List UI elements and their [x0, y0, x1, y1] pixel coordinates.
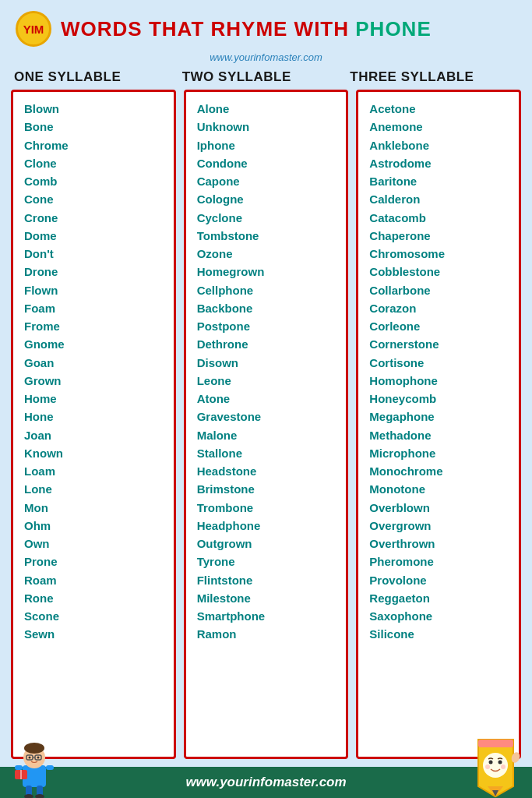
list-item: Roam [24, 571, 163, 589]
list-item: Headstone [197, 462, 336, 480]
list-item: Overblown [369, 499, 508, 517]
svg-point-23 [499, 761, 502, 764]
list-item: Overthrown [369, 535, 508, 553]
list-item: Scone [24, 607, 163, 625]
list-item: Own [24, 535, 163, 553]
svg-point-22 [489, 761, 493, 764]
list-item: Blown [24, 100, 163, 118]
list-item: Mon [24, 499, 163, 517]
list-item: Sewn [24, 625, 163, 643]
list-item: Collarbone [369, 281, 508, 299]
list-item: Cyclone [197, 209, 336, 227]
svg-point-2 [24, 743, 44, 754]
list-item: Loam [24, 462, 163, 480]
list-item: Don't [24, 245, 163, 263]
list-item: Frome [24, 317, 163, 335]
list-item: Acetone [369, 100, 508, 118]
one-syllable-column: BlownBoneChromeCloneCombConeCroneDomeDon… [11, 90, 176, 759]
list-item: Malone [197, 426, 336, 444]
list-item: Homegrown [197, 263, 336, 281]
col-header-two: TWO SYLLABLE [182, 69, 351, 85]
list-item: Corleone [369, 317, 508, 335]
list-item: Cologne [197, 190, 336, 208]
title-text: WORDS THAT RHYME WITH PHONE [61, 17, 432, 41]
list-item: Trombone [197, 499, 336, 517]
list-item: Cone [24, 190, 163, 208]
list-item: Silicone [369, 625, 508, 643]
list-item: Drone [24, 263, 163, 281]
list-item: Crone [24, 209, 163, 227]
list-item: Chrome [24, 136, 163, 154]
list-item: Ozone [197, 245, 336, 263]
list-item: Outgrown [197, 535, 336, 553]
header: YIM WORDS THAT RHYME WITH PHONE [0, 0, 532, 51]
svg-point-6 [29, 757, 31, 759]
list-item: Bone [24, 118, 163, 136]
boy-mascot [11, 736, 58, 798]
list-item: Cornerstone [369, 335, 508, 353]
two-syllable-column: AloneUnknownIphoneCondoneCaponeCologneCy… [184, 90, 349, 759]
list-item: Backbone [197, 299, 336, 317]
svg-point-11 [35, 794, 44, 798]
list-item: Anklebone [369, 136, 508, 154]
list-item: Reggaeton [369, 589, 508, 607]
list-item: Microphone [369, 444, 508, 462]
list-item: Grown [24, 372, 163, 390]
list-item: Anemone [369, 118, 508, 136]
list-item: Methadone [369, 426, 508, 444]
list-item: Saxophone [369, 607, 508, 625]
list-item: Lone [24, 480, 163, 498]
list-item: Overgrown [369, 517, 508, 535]
list-item: Ramon [197, 625, 336, 643]
subtitle-url: www.yourinfomaster.com [0, 51, 532, 69]
list-item: Smartphone [197, 607, 336, 625]
svg-rect-20 [478, 740, 513, 747]
list-item: Capone [197, 172, 336, 190]
list-item: Atone [197, 390, 336, 408]
list-item: Alone [197, 100, 336, 118]
list-item: Baritone [369, 172, 508, 190]
list-item: Gravestone [197, 408, 336, 425]
list-item: Catacomb [369, 209, 508, 227]
list-item: Headphone [197, 517, 336, 535]
list-item: Joan [24, 426, 163, 444]
list-item: Dome [24, 227, 163, 245]
list-item: Cellphone [197, 281, 336, 299]
yim-logo: YIM [16, 11, 51, 47]
list-item: Home [24, 390, 163, 408]
list-item: Hone [24, 408, 163, 425]
list-item: Tyrone [197, 553, 336, 570]
list-item: Flown [24, 281, 163, 299]
list-item: Homophone [369, 372, 508, 390]
list-item: Monochrome [369, 462, 508, 480]
list-item: Astrodome [369, 154, 508, 172]
svg-rect-12 [15, 765, 23, 770]
list-item: Clone [24, 154, 163, 172]
footer-url: www.yourinfomaster.com [185, 775, 346, 790]
list-item: Prone [24, 553, 163, 570]
column-headers: ONE SYLLABLE TWO SYLLABLE THREE SYLLABLE [0, 69, 532, 85]
svg-rect-13 [46, 765, 54, 770]
list-item: Calderon [369, 190, 508, 208]
title-container: WORDS THAT RHYME WITH PHONE [61, 17, 432, 41]
list-item: Milestone [197, 589, 336, 607]
list-item: Goan [24, 354, 163, 372]
list-item: Megaphone [369, 408, 508, 425]
list-item: Foam [24, 299, 163, 317]
list-item: Chromosome [369, 245, 508, 263]
footer: www.yourinfomaster.com [0, 767, 532, 798]
list-item: Ohm [24, 517, 163, 535]
svg-point-25 [501, 764, 506, 769]
list-item: Monotone [369, 480, 508, 498]
col-header-one: ONE SYLLABLE [14, 69, 182, 85]
list-item: Cortisone [369, 354, 508, 372]
list-item: Comb [24, 172, 163, 190]
list-item: Brimstone [197, 480, 336, 498]
list-item: Condone [197, 154, 336, 172]
three-syllable-column: AcetoneAnemoneAnkleboneAstrodomeBaritone… [356, 90, 521, 759]
pencil-mascot [470, 736, 521, 798]
list-item: Flintstone [197, 571, 336, 589]
svg-point-7 [37, 757, 40, 759]
list-item: Disown [197, 354, 336, 372]
list-item: Known [24, 444, 163, 462]
